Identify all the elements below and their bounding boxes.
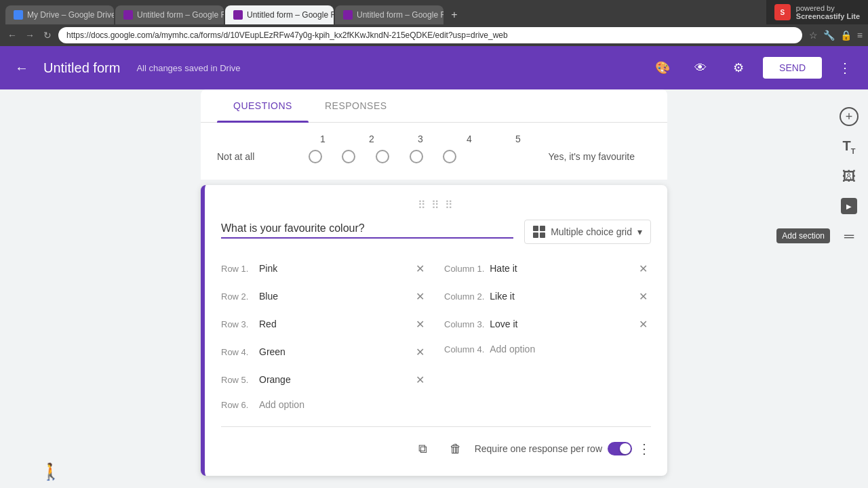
tab-responses[interactable]: RESPONSES — [309, 89, 403, 122]
address-text: https://docs.google.com/a/mymhc.ca/forms… — [66, 30, 508, 40]
browser-toolbar-icons: ☆ 🔧 🔒 ≡ — [809, 30, 863, 41]
section-icon: ═ — [844, 228, 854, 244]
add-video-button[interactable]: ▶ — [835, 192, 863, 220]
tab-title-1: My Drive – Google Drive — [27, 10, 114, 20]
screencastify-bar: S powered byScreencastify Lite — [766, 0, 868, 24]
col-label-3: Column 3. — [444, 319, 484, 329]
bookmark-icon[interactable]: ☆ — [809, 30, 818, 41]
tabs-container: QUESTIONS RESPONSES — [201, 89, 667, 123]
app-header: ← Untitled form All changes saved in Dri… — [0, 46, 868, 89]
row-label-5: Row 5. — [221, 375, 254, 385]
require-response-toggle[interactable] — [608, 442, 632, 455]
app-title: Untitled form — [43, 60, 120, 76]
settings-button[interactable]: ⚙ — [725, 54, 752, 81]
col-value-3[interactable] — [490, 319, 629, 330]
browser-tab-4[interactable]: Untitled form – Google For ✕ — [335, 5, 443, 24]
scale-radio-4[interactable] — [410, 150, 423, 163]
screencastify-label: powered byScreencastify Lite — [796, 4, 860, 20]
tab-title-3: Untitled form – Google For — [247, 10, 334, 20]
row-item-2: Row 2. ✕ — [221, 283, 428, 310]
drag-handle[interactable]: ⠿ ⠿ ⠿ — [221, 199, 651, 211]
address-bar: ← → ↻ https://docs.google.com/a/mymhc.ca… — [0, 24, 868, 46]
scale-radio-2[interactable] — [342, 150, 355, 163]
palette-button[interactable]: 🎨 — [649, 54, 676, 81]
question-type-selector[interactable]: Multiple choice grid ▾ — [524, 220, 651, 244]
add-image-button[interactable]: 🖼 — [835, 163, 863, 190]
preview-button[interactable]: 👁 — [687, 54, 714, 81]
grid-cell-1 — [533, 226, 538, 231]
settings-icon: ⚙ — [733, 60, 744, 75]
add-section-label: Add section — [782, 231, 825, 241]
grid-cell-3 — [533, 232, 538, 238]
back-icon: ← — [15, 60, 28, 76]
delete-button[interactable]: 🗑 — [442, 435, 469, 462]
question-title-input[interactable] — [221, 220, 513, 239]
browser-tab-1[interactable]: My Drive – Google Drive ✕ — [5, 5, 114, 24]
more-options-button[interactable]: ⋮ — [833, 60, 857, 76]
forward-nav-button[interactable]: → — [23, 28, 37, 42]
question-card: ⠿ ⠿ ⠿ Multiple choice grid ▾ — [201, 185, 667, 476]
address-input[interactable]: https://docs.google.com/a/mymhc.ca/forms… — [58, 27, 802, 43]
row-value-3[interactable] — [259, 319, 406, 330]
footer-more-button[interactable]: ⋮ — [637, 441, 651, 457]
back-button[interactable]: ← — [11, 57, 33, 79]
delete-icon: 🗑 — [450, 442, 462, 456]
grid-cell-4 — [540, 232, 545, 238]
row-add-option: Row 6. Add option — [221, 394, 428, 415]
col-item-1: Column 1. ✕ — [444, 255, 651, 283]
row-delete-4[interactable]: ✕ — [412, 344, 428, 360]
row-delete-5[interactable]: ✕ — [412, 371, 428, 388]
scale-radio-1[interactable] — [309, 150, 322, 163]
extension-icon-2[interactable]: 🔒 — [840, 30, 852, 41]
col-add-option-link[interactable]: Add option — [490, 344, 535, 354]
scale-radio-3[interactable] — [376, 150, 389, 163]
back-nav-button[interactable]: ← — [5, 28, 19, 42]
send-button[interactable]: SEND — [763, 57, 822, 79]
row-delete-2[interactable]: ✕ — [412, 288, 428, 304]
col-item-2: Column 2. ✕ — [444, 283, 651, 310]
row-delete-3[interactable]: ✕ — [412, 316, 428, 332]
col-delete-1[interactable]: ✕ — [635, 260, 651, 277]
col-delete-3[interactable]: ✕ — [635, 316, 651, 332]
col-value-2[interactable] — [490, 291, 629, 302]
scale-row: Not at all Yes, it's my favourite — [217, 150, 651, 163]
extension-icon-1[interactable]: 🔧 — [823, 30, 835, 41]
browser-tab-2[interactable]: Untitled form – Google For ✕ — [115, 5, 224, 24]
row-item-4: Row 4. ✕ — [221, 338, 428, 366]
scale-radio-5[interactable] — [443, 150, 456, 163]
row-delete-1[interactable]: ✕ — [412, 260, 428, 277]
tab-icon-4 — [343, 10, 353, 20]
add-section-button[interactable]: ═ Add section — [835, 222, 863, 249]
row-value-1[interactable] — [259, 263, 406, 274]
sidebar: + TT 🖼 ▶ ═ Add section — [830, 89, 868, 488]
add-title-button[interactable]: TT — [835, 133, 863, 160]
preview-icon: 👁 — [694, 61, 707, 75]
row-item-1: Row 1. ✕ — [221, 255, 428, 283]
tab-icon-3 — [233, 10, 243, 20]
question-header: Multiple choice grid ▾ — [221, 220, 651, 244]
screencastify-icon: S — [774, 4, 791, 20]
row-value-2[interactable] — [259, 291, 406, 302]
new-tab-button[interactable]: + — [445, 5, 464, 24]
tab-responses-label: RESPONSES — [325, 100, 387, 111]
add-element-button[interactable]: + — [835, 103, 863, 130]
row-value-5[interactable] — [259, 374, 406, 386]
tab-questions-label: QUESTIONS — [233, 100, 292, 111]
col-value-1[interactable] — [490, 263, 629, 274]
col-4-label: Column 4. — [444, 344, 484, 354]
scale-radios — [298, 150, 467, 163]
palette-icon: 🎨 — [655, 60, 670, 75]
card-footer: ⧉ 🗑 Require one response per row ⋮ — [221, 426, 651, 462]
row-value-4[interactable] — [259, 346, 406, 358]
reload-button[interactable]: ↻ — [41, 28, 54, 42]
browser-tab-3[interactable]: Untitled form – Google For ✕ — [225, 5, 334, 24]
row-add-option-link[interactable]: Add option — [259, 399, 304, 410]
row-6-label: Row 6. — [221, 400, 254, 410]
tab-questions[interactable]: QUESTIONS — [217, 89, 309, 122]
scale-label-left: Not at all — [217, 151, 298, 162]
menu-icon[interactable]: ≡ — [857, 30, 863, 41]
col-delete-2[interactable]: ✕ — [635, 288, 651, 304]
video-icon: ▶ — [841, 198, 857, 214]
columns-section: Column 1. ✕ Column 2. ✕ Column 3. ✕ — [444, 255, 651, 415]
copy-button[interactable]: ⧉ — [410, 435, 437, 462]
